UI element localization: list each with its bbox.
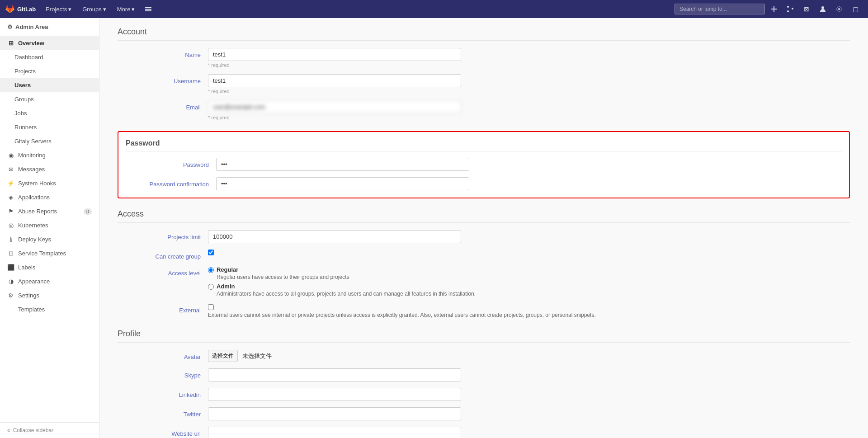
top-navbar: GitLab Projects ▾ Groups ▾ More ▾ ⊠ ▢ — [0, 0, 868, 18]
name-input[interactable] — [208, 48, 461, 61]
sidebar-item-runners[interactable]: Runners — [0, 120, 99, 134]
navbar-right: ⊠ ▢ — [675, 2, 863, 16]
projects-limit-row: Projects limit — [118, 230, 850, 243]
password-section: Password Password Password confirmation — [118, 131, 850, 198]
overview-icon: ⊞ — [7, 40, 14, 47]
twitter-row: Twitter — [118, 407, 850, 420]
collapse-icon: « — [7, 427, 10, 433]
admin-area-header: ⚙ Admin Area — [0, 18, 99, 36]
sidebar-item-overview[interactable]: ⊞ Overview — [0, 36, 99, 50]
linkedin-row: Linkedin — [118, 388, 850, 401]
merge-requests-icon[interactable] — [783, 2, 797, 16]
messages-icon: ✉ — [7, 166, 14, 173]
brand-logo[interactable]: GitLab — [5, 5, 36, 14]
avatar-label: Avatar — [118, 350, 208, 360]
twitter-label: Twitter — [118, 407, 208, 418]
password-confirm-input[interactable] — [216, 177, 469, 190]
skype-field — [208, 368, 850, 381]
sidebar-item-users[interactable]: Users — [0, 78, 99, 92]
sidebar-item-applications[interactable]: ◈ Applications — [0, 190, 99, 204]
abuse-icon: ⚑ — [7, 208, 14, 215]
sidebar-item-templates[interactable]: Templates — [0, 302, 99, 316]
sidebar-item-dashboard[interactable]: Dashboard — [0, 50, 99, 64]
gear-icon: ⚙ — [7, 292, 14, 299]
plus-icon[interactable] — [767, 2, 781, 16]
twitter-input[interactable] — [208, 407, 461, 420]
projects-limit-input[interactable] — [208, 230, 461, 243]
can-create-group-field — [208, 250, 850, 257]
projects-limit-field — [208, 230, 850, 243]
avatar-upload-button[interactable]: 选择文件 — [208, 350, 238, 362]
can-create-group-label: Can create group — [118, 250, 208, 260]
chevron-down-icon: ▾ — [132, 6, 135, 13]
sidebar-item-messages[interactable]: ✉ Messages — [0, 162, 99, 176]
sidebar-item-abuse-reports[interactable]: ⚑ Abuse Reports 0 — [0, 204, 99, 218]
sidebar-item-jobs[interactable]: Jobs — [0, 106, 99, 120]
main-content: Account Name required Username required … — [99, 18, 868, 438]
website-input[interactable] — [208, 427, 461, 438]
password-confirm-row: Password confirmation — [126, 177, 842, 190]
account-title: Account — [118, 27, 850, 41]
nav-projects[interactable]: Projects ▾ — [41, 0, 76, 18]
admin-radio[interactable] — [208, 284, 214, 290]
linkedin-label: Linkedin — [118, 388, 208, 398]
sidebar-item-kubernetes[interactable]: ◎ Kubernetes — [0, 218, 99, 232]
password-input[interactable] — [216, 158, 469, 171]
sidebar-item-groups[interactable]: Groups — [0, 92, 99, 106]
sidebar: ⚙ Admin Area ⊞ Overview Dashboard Projec… — [0, 18, 99, 438]
svg-rect-2 — [145, 10, 151, 11]
linkedin-field — [208, 388, 850, 401]
applications-icon: ◈ — [7, 194, 14, 201]
svg-rect-1 — [145, 9, 151, 10]
name-row: Name required — [118, 48, 850, 68]
abuse-badge: 0 — [84, 208, 92, 215]
email-required: required — [208, 115, 850, 120]
external-checkbox[interactable] — [208, 304, 214, 310]
sidebar-item-appearance[interactable]: ◑ Appearance — [0, 274, 99, 288]
issues-icon[interactable]: ⊠ — [799, 2, 814, 16]
nav-more[interactable]: More ▾ — [113, 0, 140, 18]
nav-activity-icon[interactable] — [141, 0, 156, 18]
key-icon: ⚷ — [7, 236, 14, 243]
name-field: required — [208, 48, 850, 68]
sidebar-item-settings[interactable]: ⚙ Settings — [0, 288, 99, 302]
settings-icon[interactable] — [832, 2, 846, 16]
svg-point-3 — [821, 6, 824, 9]
avatar-row: Avatar 选择文件 未选择文件 — [118, 350, 850, 362]
service-icon: ⊡ — [7, 250, 14, 257]
search-input[interactable] — [675, 4, 765, 14]
twitter-field — [208, 407, 850, 420]
username-row: Username required — [118, 74, 850, 94]
sidebar-item-service-templates[interactable]: ⊡ Service Templates — [0, 246, 99, 260]
avatar-field: 选择文件 未选择文件 — [208, 350, 850, 362]
skype-input[interactable] — [208, 368, 461, 381]
password-confirm-label: Password confirmation — [126, 177, 216, 188]
chevron-down-icon: ▾ — [68, 6, 71, 13]
access-level-label: Access level — [118, 266, 208, 277]
user-icon[interactable] — [816, 2, 830, 16]
chevron-down-icon: ▾ — [103, 6, 106, 13]
window-icon[interactable]: ▢ — [848, 2, 863, 16]
svg-rect-0 — [145, 7, 151, 8]
profile-title: Profile — [118, 329, 850, 343]
email-label: Email — [118, 100, 208, 111]
can-create-group-checkbox[interactable] — [208, 250, 214, 255]
email-field: required — [208, 100, 850, 120]
regular-radio[interactable] — [208, 267, 214, 273]
email-input[interactable] — [208, 100, 461, 113]
appearance-icon: ◑ — [7, 278, 14, 285]
website-row: Website url — [118, 427, 850, 438]
sidebar-item-gitaly-servers[interactable]: Gitaly Servers — [0, 134, 99, 148]
sidebar-item-deploy-keys[interactable]: ⚷ Deploy Keys — [0, 232, 99, 246]
access-title: Access — [118, 209, 850, 223]
sidebar-item-system-hooks[interactable]: ⚡ System Hooks — [0, 176, 99, 190]
admin-icon: ⚙ — [7, 24, 13, 30]
sidebar-item-projects[interactable]: Projects — [0, 64, 99, 78]
nav-groups[interactable]: Groups ▾ — [78, 0, 111, 18]
sidebar-item-monitoring[interactable]: ◉ Monitoring — [0, 148, 99, 162]
username-input[interactable] — [208, 74, 461, 87]
sidebar-item-labels[interactable]: ⬛ Labels — [0, 260, 99, 274]
skype-label: Skype — [118, 368, 208, 379]
linkedin-input[interactable] — [208, 388, 461, 401]
collapse-sidebar-button[interactable]: « Collapse sidebar — [0, 422, 99, 438]
